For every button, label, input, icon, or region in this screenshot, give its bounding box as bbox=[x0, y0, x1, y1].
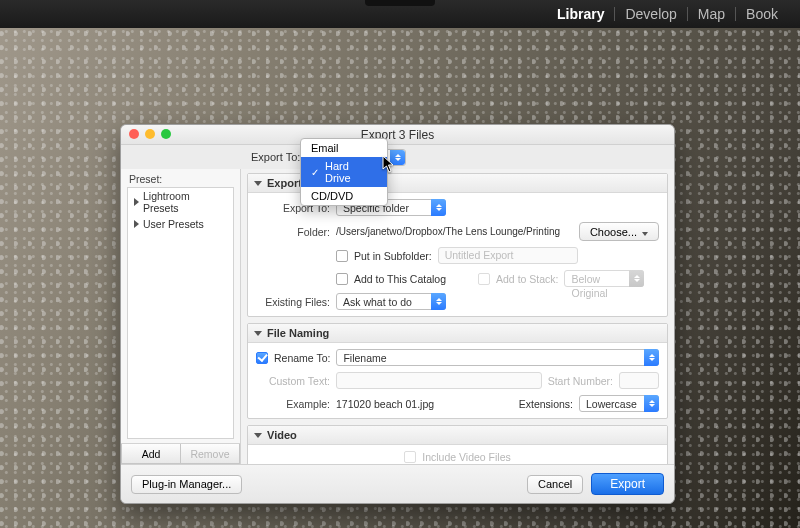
panel-file-naming: File Naming Rename To: Filename Custom T… bbox=[247, 323, 668, 419]
module-book[interactable]: Book bbox=[736, 6, 788, 22]
zoom-icon[interactable] bbox=[161, 129, 171, 139]
export-destination-row: Export To: bbox=[121, 145, 674, 169]
menu-item-cd-dvd[interactable]: CD/DVD bbox=[301, 187, 387, 205]
add-to-catalog-checkbox[interactable] bbox=[336, 273, 348, 285]
disclosure-icon bbox=[134, 220, 139, 228]
select-value: Filename bbox=[343, 352, 386, 364]
add-preset-button[interactable]: Add bbox=[121, 444, 180, 464]
chevron-updown-icon bbox=[644, 395, 659, 412]
stack-position-select: Below Original bbox=[564, 270, 644, 287]
module-library[interactable]: Library bbox=[547, 6, 614, 22]
cursor-icon bbox=[382, 155, 396, 177]
dialog-titlebar[interactable]: Export 3 Files bbox=[121, 125, 674, 145]
panel-header[interactable]: Video bbox=[248, 426, 667, 445]
plugin-manager-button[interactable]: Plug-in Manager... bbox=[131, 475, 242, 494]
select-value: Below Original bbox=[571, 273, 607, 299]
select-value: Ask what to do bbox=[343, 296, 412, 308]
export-to-popup-menu[interactable]: Email Hard Drive CD/DVD bbox=[300, 138, 388, 206]
disclosure-icon bbox=[134, 198, 139, 206]
folder-path: /Users/janetwo/Dropbox/The Lens Lounge/P… bbox=[336, 226, 573, 237]
checkbox-label: Include Video Files bbox=[422, 451, 511, 463]
dialog-footer: Plug-in Manager... Cancel Export bbox=[121, 464, 674, 503]
preset-group[interactable]: User Presets bbox=[128, 216, 233, 232]
field-label: Custom Text: bbox=[256, 375, 330, 387]
disclosure-down-icon bbox=[254, 433, 262, 438]
remove-preset-button: Remove bbox=[180, 444, 240, 464]
traffic-lights[interactable] bbox=[129, 129, 171, 139]
preset-header: Preset: bbox=[121, 169, 240, 187]
rename-to-checkbox[interactable] bbox=[256, 352, 268, 364]
export-dialog: Export 3 Files Export To: Preset: Lightr… bbox=[120, 124, 675, 504]
chevron-updown-icon bbox=[431, 199, 446, 216]
filename-example: 171020 beach 01.jpg bbox=[336, 398, 434, 410]
panel-header[interactable]: File Naming bbox=[248, 324, 667, 343]
disclosure-down-icon bbox=[254, 181, 262, 186]
menu-item-hard-drive[interactable]: Hard Drive bbox=[301, 157, 387, 187]
checkbox-label: Put in Subfolder: bbox=[354, 250, 432, 262]
field-label: Extensions: bbox=[519, 398, 573, 410]
add-to-stack-checkbox bbox=[478, 273, 490, 285]
include-video-checkbox[interactable] bbox=[404, 451, 416, 463]
field-label: Start Number: bbox=[548, 375, 613, 387]
preset-list[interactable]: Lightroom Presets User Presets bbox=[127, 187, 234, 439]
checkbox-label: Rename To: bbox=[274, 352, 330, 364]
put-in-subfolder-checkbox[interactable] bbox=[336, 250, 348, 262]
select-value: Lowercase bbox=[586, 398, 637, 410]
preset-sidebar: Preset: Lightroom Presets User Presets A… bbox=[121, 169, 241, 464]
menu-item-label: Hard Drive bbox=[325, 160, 377, 184]
chevron-updown-icon bbox=[629, 270, 644, 287]
window-notch bbox=[365, 0, 435, 6]
minimize-icon[interactable] bbox=[145, 129, 155, 139]
button-label: Choose... bbox=[590, 226, 637, 238]
field-label: Example: bbox=[256, 398, 330, 410]
module-picker: Library Develop Map Book bbox=[0, 0, 800, 28]
module-map[interactable]: Map bbox=[688, 6, 735, 22]
checkbox-label: Add to This Catalog bbox=[354, 273, 446, 285]
preset-group-label: Lightroom Presets bbox=[143, 190, 227, 214]
export-to-label: Export To: bbox=[251, 151, 300, 163]
start-number-input bbox=[619, 372, 659, 389]
menu-item-email[interactable]: Email bbox=[301, 139, 387, 157]
field-label: Existing Files: bbox=[256, 296, 330, 308]
panel-title: Video bbox=[267, 429, 297, 441]
subfolder-name-input: Untitled Export bbox=[438, 247, 578, 264]
checkbox-label: Add to Stack: bbox=[496, 273, 558, 285]
chevron-down-icon bbox=[642, 232, 648, 236]
existing-files-select[interactable]: Ask what to do bbox=[336, 293, 446, 310]
filename-template-select[interactable]: Filename bbox=[336, 349, 659, 366]
module-develop[interactable]: Develop bbox=[615, 6, 686, 22]
preset-group-label: User Presets bbox=[143, 218, 204, 230]
chevron-updown-icon bbox=[644, 349, 659, 366]
custom-text-input bbox=[336, 372, 542, 389]
panel-title: File Naming bbox=[267, 327, 329, 339]
choose-folder-button[interactable]: Choose... bbox=[579, 222, 659, 241]
cancel-button[interactable]: Cancel bbox=[527, 475, 583, 494]
preset-group[interactable]: Lightroom Presets bbox=[128, 188, 233, 216]
export-button[interactable]: Export bbox=[591, 473, 664, 495]
settings-panels[interactable]: Export Location Export To: Specific fold… bbox=[241, 169, 674, 464]
panel-video: Video Include Video Files Video Format: … bbox=[247, 425, 668, 464]
disclosure-down-icon bbox=[254, 331, 262, 336]
field-label: Folder: bbox=[256, 226, 330, 238]
close-icon[interactable] bbox=[129, 129, 139, 139]
chevron-updown-icon bbox=[431, 293, 446, 310]
extensions-select[interactable]: Lowercase bbox=[579, 395, 659, 412]
